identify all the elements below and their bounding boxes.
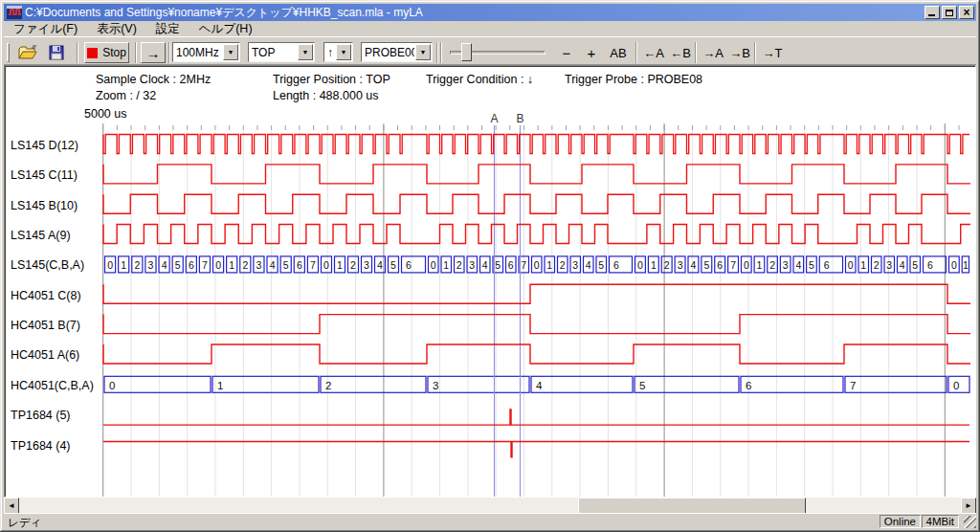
channel-label: HC4051 B(7) <box>11 319 100 336</box>
svg-text:5: 5 <box>495 259 501 271</box>
zoom-info: Zoom : / 32 <box>96 89 156 102</box>
svg-text:3: 3 <box>469 259 475 271</box>
trigger-condition-info: Trigger Condition : ↓ <box>426 73 533 86</box>
svg-text:1: 1 <box>860 259 866 271</box>
svg-text:5: 5 <box>912 259 918 271</box>
svg-text:6: 6 <box>927 259 933 271</box>
svg-text:5: 5 <box>283 259 289 271</box>
svg-text:2: 2 <box>325 380 331 391</box>
svg-text:6: 6 <box>746 380 751 391</box>
channel-label: HC4051 C(8) <box>11 289 100 306</box>
channel-label: TP1684 (4) <box>11 439 100 456</box>
svg-text:4: 4 <box>691 259 697 271</box>
svg-text:1: 1 <box>217 380 223 391</box>
svg-text:1: 1 <box>963 259 969 271</box>
svg-text:7: 7 <box>521 259 526 271</box>
svg-text:3: 3 <box>256 259 262 271</box>
trigger-probe-info: Trigger Probe : PROBE08 <box>565 73 702 86</box>
svg-text:3: 3 <box>886 259 892 271</box>
channel-label: TP1684 (5) <box>11 409 100 426</box>
svg-text:1: 1 <box>337 259 343 271</box>
svg-text:1: 1 <box>121 259 126 271</box>
svg-text:1: 1 <box>443 259 449 271</box>
svg-text:3: 3 <box>572 259 578 271</box>
svg-text:0: 0 <box>637 259 643 271</box>
svg-text:5: 5 <box>809 259 814 271</box>
svg-text:2: 2 <box>560 259 566 271</box>
svg-text:7: 7 <box>730 259 736 271</box>
svg-text:2: 2 <box>134 259 140 271</box>
svg-text:7: 7 <box>202 259 208 271</box>
svg-text:4: 4 <box>482 259 488 271</box>
svg-text:0: 0 <box>534 259 540 271</box>
channel-label: LS145 D(12) <box>11 139 100 156</box>
svg-text:3: 3 <box>148 259 154 271</box>
svg-text:0: 0 <box>431 259 436 271</box>
app-window: C:¥Documents and Settings¥noname¥デスクトップ¥… <box>0 0 980 532</box>
svg-text:0: 0 <box>953 380 959 391</box>
svg-text:0: 0 <box>323 259 329 271</box>
svg-text:A: A <box>490 112 498 125</box>
svg-text:4: 4 <box>795 259 801 271</box>
svg-text:0: 0 <box>744 259 749 271</box>
svg-text:6: 6 <box>406 259 412 271</box>
svg-text:0: 0 <box>951 259 957 271</box>
svg-text:2: 2 <box>664 259 670 271</box>
svg-text:4: 4 <box>536 380 543 391</box>
svg-text:7: 7 <box>850 380 856 391</box>
svg-text:4: 4 <box>270 259 276 271</box>
svg-text:3: 3 <box>783 259 789 271</box>
svg-text:1: 1 <box>546 259 552 271</box>
svg-text:6: 6 <box>297 259 302 271</box>
svg-text:3: 3 <box>678 259 683 271</box>
svg-text:6: 6 <box>508 259 514 271</box>
svg-text:1: 1 <box>757 259 763 271</box>
svg-text:0: 0 <box>109 380 115 391</box>
svg-text:5: 5 <box>175 259 181 271</box>
svg-text:4: 4 <box>900 259 905 271</box>
svg-text:4: 4 <box>377 259 383 271</box>
svg-text:6: 6 <box>717 259 723 271</box>
channel-label: HC4051(C,B,A) <box>11 379 100 396</box>
svg-text:B: B <box>516 112 523 125</box>
svg-text:6: 6 <box>824 259 830 271</box>
svg-text:7: 7 <box>310 259 316 271</box>
svg-text:2: 2 <box>457 259 462 271</box>
svg-text:3: 3 <box>433 380 438 391</box>
channel-label: LS145 C(11) <box>11 168 100 186</box>
svg-text:2: 2 <box>350 259 356 271</box>
svg-text:5: 5 <box>703 259 709 271</box>
svg-text:0: 0 <box>215 259 221 271</box>
trigger-position-info: Trigger Position : TOP <box>273 73 390 86</box>
time-division-label: 5000 us <box>84 107 126 121</box>
svg-text:6: 6 <box>613 259 619 271</box>
svg-text:2: 2 <box>769 259 775 271</box>
svg-text:2: 2 <box>874 259 880 271</box>
length-info: Length : 488.000 us <box>273 89 379 102</box>
channel-label: HC4051 A(6) <box>11 348 100 366</box>
svg-text:4: 4 <box>586 259 591 271</box>
sample-clock-info: Sample Clock : 2MHz <box>96 73 211 86</box>
svg-text:3: 3 <box>364 259 369 271</box>
svg-text:0: 0 <box>107 259 113 271</box>
channel-label: LS145(C,B,A) <box>11 258 100 276</box>
svg-text:5: 5 <box>639 380 645 391</box>
channel-label: LS145 B(10) <box>11 199 100 216</box>
svg-text:5: 5 <box>598 259 604 271</box>
svg-text:1: 1 <box>229 259 234 271</box>
svg-text:6: 6 <box>189 259 194 271</box>
svg-text:0: 0 <box>848 259 854 271</box>
svg-text:1: 1 <box>651 259 657 271</box>
svg-text:2: 2 <box>242 259 248 271</box>
channel-label: LS145 A(9) <box>11 229 100 246</box>
svg-text:4: 4 <box>162 259 167 271</box>
svg-text:5: 5 <box>390 259 396 271</box>
